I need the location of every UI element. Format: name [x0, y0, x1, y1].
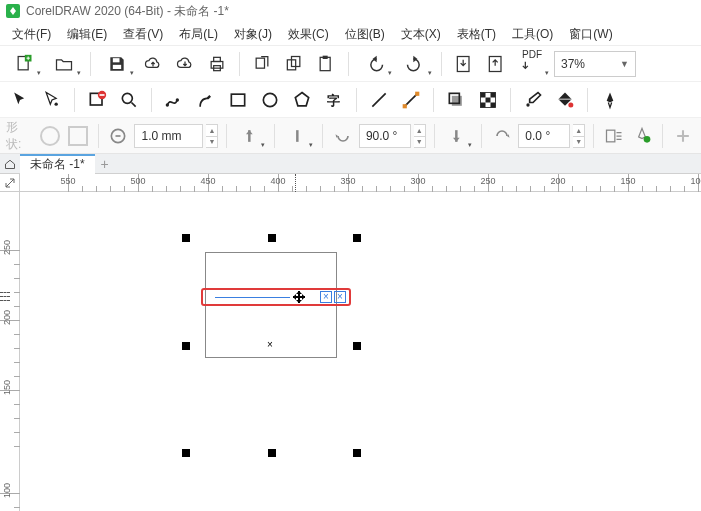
- menu-bitmap[interactable]: 位图(B): [337, 22, 393, 46]
- selection-handle-nw[interactable]: [182, 234, 190, 242]
- ruler-horizontal[interactable]: 550500450400350300250200150100: [20, 174, 701, 192]
- selection-handle-se[interactable]: [353, 449, 361, 457]
- menu-table[interactable]: 表格(T): [449, 22, 504, 46]
- zoom-tool[interactable]: [115, 86, 143, 114]
- crop-tool[interactable]: [83, 86, 111, 114]
- cut-button[interactable]: [248, 50, 276, 78]
- artistic-media-tool[interactable]: [192, 86, 220, 114]
- redo-button[interactable]: ▾: [397, 50, 433, 78]
- angle2-stepper[interactable]: ▲▼: [573, 124, 585, 148]
- print-button[interactable]: [203, 50, 231, 78]
- window-title: CorelDRAW 2020 (64-Bit) - 未命名 -1*: [26, 3, 229, 20]
- selection-handle-w[interactable]: [182, 342, 190, 350]
- dimension-line[interactable]: [215, 297, 290, 298]
- menu-file[interactable]: 文件(F): [4, 22, 59, 46]
- svg-rect-33: [491, 102, 496, 107]
- svg-rect-29: [481, 92, 486, 97]
- end-arrowhead[interactable]: ▾: [443, 122, 474, 150]
- home-tab-icon[interactable]: [0, 154, 20, 174]
- menu-text[interactable]: 文本(X): [393, 22, 449, 46]
- polygon-tool[interactable]: [288, 86, 316, 114]
- separator: [662, 124, 663, 148]
- pick-tool[interactable]: [6, 86, 34, 114]
- ruler-h-label: 250: [480, 176, 495, 186]
- parallel-dimension-tool[interactable]: [365, 86, 393, 114]
- svg-rect-21: [231, 94, 244, 106]
- selection-handle-n[interactable]: [268, 234, 276, 242]
- svg-point-22: [263, 93, 276, 106]
- outline-pen-tool[interactable]: [596, 86, 624, 114]
- paste-button[interactable]: [312, 50, 340, 78]
- cloud-down-button[interactable]: [171, 50, 199, 78]
- start-arrowhead[interactable]: ▾: [235, 122, 266, 150]
- open-button[interactable]: ▾: [46, 50, 82, 78]
- rectangle-tool[interactable]: [224, 86, 252, 114]
- wrap-text-button[interactable]: [602, 122, 626, 150]
- separator: [481, 124, 482, 148]
- move-cursor-icon: [293, 291, 305, 303]
- svg-point-35: [568, 102, 573, 107]
- angle1-stepper[interactable]: ▲▼: [414, 124, 426, 148]
- shape-rect-option[interactable]: [66, 122, 90, 150]
- menu-tools[interactable]: 工具(O): [504, 22, 561, 46]
- selection-handle-sw[interactable]: [182, 449, 190, 457]
- text-tool[interactable]: 字: [320, 86, 348, 114]
- export-button[interactable]: [482, 50, 510, 78]
- ellipse-tool[interactable]: [256, 86, 284, 114]
- outline-width-stepper[interactable]: ▲▼: [206, 124, 218, 148]
- object-center-marker: ×: [267, 339, 273, 350]
- svg-point-20: [176, 98, 179, 101]
- node-marker[interactable]: ×: [334, 291, 346, 303]
- svg-rect-2: [113, 58, 120, 62]
- selection-handle-e[interactable]: [353, 342, 361, 350]
- selection-handle-ne[interactable]: [353, 234, 361, 242]
- eyedropper-tool[interactable]: [519, 86, 547, 114]
- angle1-input[interactable]: 90.0 °: [359, 124, 411, 148]
- ruler-h-label: 500: [130, 176, 145, 186]
- app-logo-icon: [6, 4, 20, 18]
- menu-view[interactable]: 查看(V): [115, 22, 171, 46]
- separator: [441, 52, 442, 76]
- separator: [433, 88, 434, 112]
- document-tab-active[interactable]: 未命名 -1*: [20, 154, 95, 174]
- zoom-level-combo[interactable]: 37% ▼: [554, 51, 636, 77]
- object-props-button[interactable]: [630, 122, 654, 150]
- import-button[interactable]: [450, 50, 478, 78]
- angle2-input[interactable]: 0.0 °: [518, 124, 570, 148]
- line-style[interactable]: ▾: [283, 122, 314, 150]
- menu-layout[interactable]: 布局(L): [171, 22, 226, 46]
- shape-tool[interactable]: [38, 86, 66, 114]
- drop-shadow-tool[interactable]: [442, 86, 470, 114]
- ruler-origin[interactable]: [0, 174, 20, 192]
- menu-object[interactable]: 对象(J): [226, 22, 280, 46]
- node-marker[interactable]: ×: [320, 291, 332, 303]
- svg-rect-31: [486, 97, 491, 102]
- svg-rect-24: [403, 104, 407, 108]
- add-button[interactable]: [671, 122, 695, 150]
- ruler-vertical[interactable]: 250200150100: [0, 192, 20, 511]
- ruler-v-label: 100: [2, 483, 12, 498]
- copy-button[interactable]: [280, 50, 308, 78]
- interactive-fill-tool[interactable]: [551, 86, 579, 114]
- publish-pdf-button[interactable]: PDF ▾: [514, 50, 550, 78]
- outline-width-input[interactable]: 1.0 mm: [134, 124, 203, 148]
- selection-handle-s[interactable]: [268, 449, 276, 457]
- freehand-tool[interactable]: [160, 86, 188, 114]
- undo-button[interactable]: ▾: [357, 50, 393, 78]
- menu-effects[interactable]: 效果(C): [280, 22, 337, 46]
- shape-circle-option[interactable]: [37, 122, 61, 150]
- property-bar: 形状: 1.0 mm ▲▼ ▾ ▾ 90.0 ° ▲▼ ▾ 0.0 ° ▲▼: [0, 118, 701, 154]
- new-button[interactable]: ▾: [6, 50, 42, 78]
- zoom-value: 37%: [561, 57, 585, 71]
- transparency-tool[interactable]: [474, 86, 502, 114]
- connector-tool[interactable]: [397, 86, 425, 114]
- drawing-canvas[interactable]: × × ×: [20, 192, 701, 511]
- ruler-h-label: 400: [270, 176, 285, 186]
- cloud-up-button[interactable]: [139, 50, 167, 78]
- menu-window[interactable]: 窗口(W): [561, 22, 620, 46]
- save-button[interactable]: ▾: [99, 50, 135, 78]
- svg-rect-7: [256, 58, 264, 68]
- rotate2-icon: [490, 122, 514, 150]
- new-tab-button[interactable]: +: [95, 154, 115, 174]
- menu-edit[interactable]: 编辑(E): [59, 22, 115, 46]
